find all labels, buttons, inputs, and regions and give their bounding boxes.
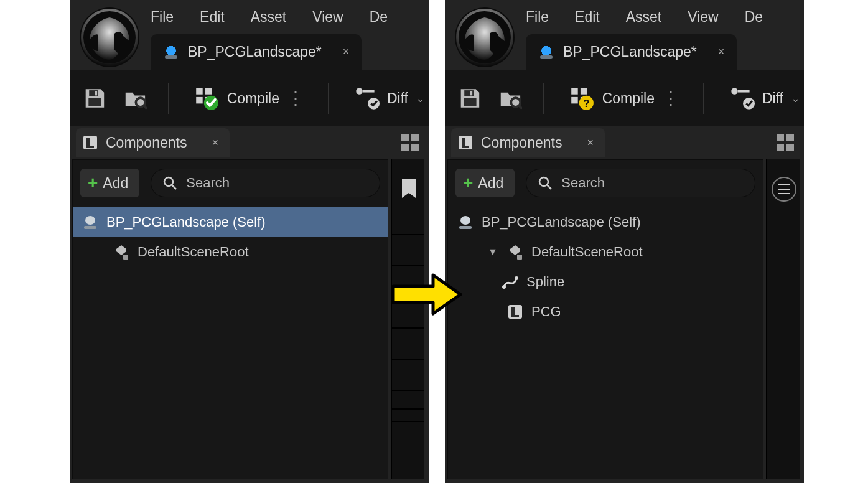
menu-file[interactable]: File <box>151 0 174 26</box>
svg-point-50 <box>539 177 548 186</box>
add-component-button[interactable]: + Add <box>80 169 139 197</box>
bookmark-icon[interactable] <box>399 178 418 199</box>
browse-icon[interactable] <box>499 85 522 111</box>
diff-label: Diff <box>762 90 783 107</box>
components-panel-title: Components <box>481 134 562 151</box>
add-component-button[interactable]: + Add <box>455 169 515 197</box>
asset-tab[interactable]: BP_PCGLandscape* × <box>151 34 362 69</box>
menu-edit[interactable]: Edit <box>200 0 225 26</box>
tree-row-self[interactable]: BP_PCGLandscape (Self) <box>448 207 763 237</box>
compile-options-icon[interactable]: ⋮ <box>287 95 303 101</box>
tree-row-scene-root[interactable]: DefaultSceneRoot <box>73 237 388 267</box>
diff-button[interactable]: Diff ⌄ <box>725 82 804 115</box>
tree-row-self[interactable]: BP_PCGLandscape (Self) <box>73 207 388 237</box>
components-icon <box>457 134 474 151</box>
save-icon[interactable] <box>459 85 482 111</box>
tree-root-label: DefaultSceneRoot <box>138 244 249 260</box>
tab-close-icon[interactable]: × <box>343 45 350 59</box>
compile-button[interactable]: Compile ⋮ <box>190 82 307 115</box>
menu-file[interactable]: File <box>526 0 549 26</box>
svg-rect-19 <box>411 134 419 141</box>
compile-ok-icon <box>194 85 220 111</box>
search-placeholder: Search <box>186 175 230 191</box>
search-icon <box>162 176 177 190</box>
diff-caret-icon[interactable]: ⌄ <box>416 91 425 105</box>
components-tab-close-icon[interactable]: × <box>212 136 218 149</box>
expand-triangle-icon[interactable]: ▼ <box>488 246 499 258</box>
menu-asset[interactable]: Asset <box>626 0 662 26</box>
svg-rect-8 <box>196 97 203 104</box>
spline-icon <box>502 273 519 291</box>
compile-options-icon[interactable]: ⋮ <box>662 95 678 101</box>
svg-rect-26 <box>123 255 128 260</box>
tree-self-label: BP_PCGLandscape (Self) <box>482 214 641 230</box>
save-icon[interactable] <box>83 85 106 111</box>
compile-label: Compile <box>227 90 279 107</box>
grid-view-icon[interactable] <box>775 133 795 152</box>
search-icon <box>538 176 553 190</box>
svg-point-52 <box>460 216 470 225</box>
svg-rect-41 <box>738 90 750 92</box>
compile-warning-icon: ? <box>569 85 595 111</box>
diff-button[interactable]: Diff ⌄ <box>350 82 429 115</box>
actor-self-icon <box>457 213 474 231</box>
svg-rect-18 <box>401 134 409 141</box>
asset-tab-title: BP_PCGLandscape* <box>563 44 697 60</box>
menu-edit[interactable]: Edit <box>575 0 600 26</box>
diff-caret-icon[interactable]: ⌄ <box>791 91 800 105</box>
svg-rect-30 <box>470 91 472 95</box>
add-label: Add <box>103 175 128 192</box>
compile-button[interactable]: ? Compile ⋮ <box>565 82 682 115</box>
menu-debug[interactable]: De <box>370 0 388 26</box>
svg-text:?: ? <box>583 98 589 110</box>
search-placeholder: Search <box>561 175 605 191</box>
tree-row-pcg[interactable]: PCG <box>448 297 763 327</box>
svg-line-23 <box>172 185 176 189</box>
svg-point-55 <box>502 285 506 289</box>
plus-icon: + <box>463 174 473 192</box>
browse-icon[interactable] <box>124 85 147 111</box>
tree-row-spline[interactable]: Spline <box>448 267 763 297</box>
grid-view-icon[interactable] <box>400 133 420 152</box>
tab-close-icon[interactable]: × <box>718 45 725 59</box>
svg-rect-54 <box>517 255 522 260</box>
components-tab-close-icon[interactable]: × <box>587 136 594 149</box>
svg-rect-48 <box>777 144 784 151</box>
svg-rect-46 <box>777 134 784 141</box>
tree-root-label: DefaultSceneRoot <box>531 244 643 260</box>
menu-view[interactable]: View <box>312 0 343 26</box>
svg-rect-34 <box>571 88 578 95</box>
svg-rect-47 <box>786 134 794 141</box>
blueprint-asset-icon <box>163 44 179 60</box>
pcg-component-icon <box>506 303 524 321</box>
svg-rect-49 <box>786 144 794 151</box>
svg-point-56 <box>515 276 518 280</box>
menu-asset[interactable]: Asset <box>251 0 287 26</box>
components-panel-tab[interactable]: Components × <box>451 128 605 157</box>
hamburger-menu-icon[interactable] <box>772 177 796 202</box>
svg-rect-4 <box>88 98 101 106</box>
svg-rect-31 <box>464 98 476 106</box>
component-search-input[interactable]: Search <box>526 169 755 197</box>
svg-line-33 <box>518 105 522 109</box>
components-panel-tab[interactable]: Components × <box>76 128 230 157</box>
svg-point-22 <box>164 177 173 186</box>
menu-view[interactable]: View <box>688 0 718 26</box>
diff-icon <box>353 85 380 111</box>
svg-rect-59 <box>511 315 519 317</box>
tree-row-scene-root[interactable]: ▼ DefaultSceneRoot <box>448 237 763 267</box>
svg-point-12 <box>356 88 363 95</box>
svg-line-6 <box>143 105 147 109</box>
tree-pcg-label: PCG <box>531 304 561 320</box>
svg-rect-13 <box>363 90 375 92</box>
asset-tab[interactable]: BP_PCGLandscape* × <box>526 34 737 69</box>
svg-rect-9 <box>205 88 212 95</box>
component-search-input[interactable]: Search <box>151 169 380 197</box>
menu-debug[interactable]: De <box>745 0 763 26</box>
svg-rect-17 <box>86 146 94 148</box>
svg-rect-53 <box>459 226 472 229</box>
svg-rect-35 <box>571 97 578 104</box>
comparison-arrow-icon <box>390 271 464 317</box>
asset-tab-title: BP_PCGLandscape* <box>188 44 322 60</box>
actor-self-icon <box>82 213 99 231</box>
